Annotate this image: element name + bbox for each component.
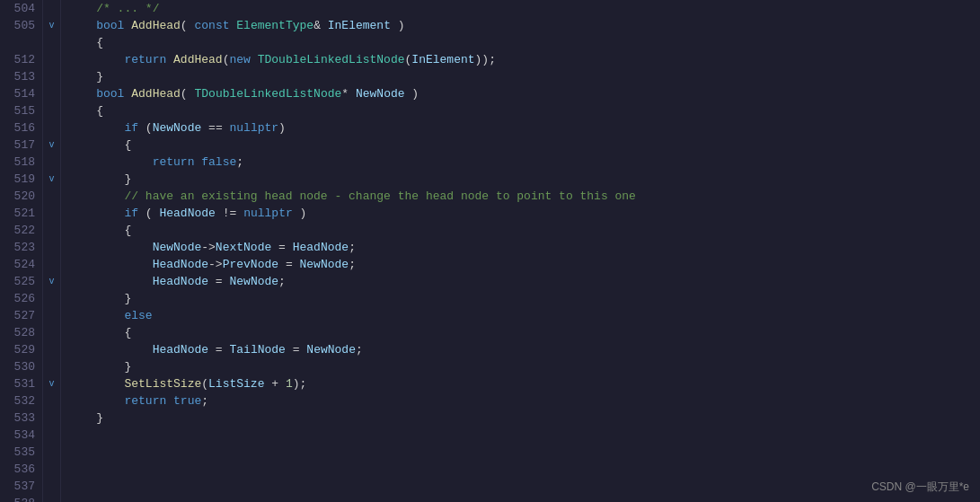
code-line-529: HeadNode = NewNode; <box>68 273 980 290</box>
code-line-519: if (NewNode == nullptr) <box>68 119 980 137</box>
fold-marker <box>43 0 60 17</box>
code-line-533: HeadNode = TailNode = NewNode; <box>68 341 980 358</box>
code-line-531: else <box>68 307 980 324</box>
code-line-518: { <box>68 102 980 119</box>
code-line-505: /* ... */ <box>68 0 980 17</box>
editor-container: 504 505 512 513 514 515 516 517 518 519 … <box>0 0 980 502</box>
code-line-534: } <box>68 358 980 375</box>
line-numbers: 504 505 512 513 514 515 516 517 518 519 … <box>0 0 43 502</box>
code-line-515: } <box>68 68 980 85</box>
code-line-530: } <box>68 290 980 307</box>
watermark: CSDN @一眼万里*e <box>871 480 969 495</box>
code-content: /* ... */ bool AddHead( const ElementTyp… <box>61 0 980 502</box>
code-line-517: bool AddHead( TDoubleLinkedListNode* New… <box>68 85 980 102</box>
fold-gutter: v v v v v <box>43 0 61 502</box>
code-line-536: SetListSize(ListSize + 1); <box>68 375 980 392</box>
code-line-537: return true; <box>68 392 980 410</box>
code-line-525: if ( HeadNode != nullptr ) <box>68 205 980 222</box>
fold-marker-525[interactable]: v <box>43 273 60 290</box>
code-line-532: { <box>68 324 980 341</box>
fold-marker-519[interactable]: v <box>43 171 60 188</box>
code-line-527: NewNode->NextNode = HeadNode; <box>68 239 980 256</box>
code-line-514: return AddHead(new TDoubleLinkedListNode… <box>68 51 980 68</box>
code-line-521: return false; <box>68 154 980 171</box>
fold-marker-517[interactable]: v <box>43 137 60 154</box>
code-line-526: { <box>68 222 980 239</box>
code-line-520: { <box>68 137 980 154</box>
code-line-524: // have an existing head node - change t… <box>68 188 980 205</box>
fold-marker-531[interactable]: v <box>43 375 60 392</box>
code-line-513: { <box>68 34 980 51</box>
code-line-528: HeadNode->PrevNode = NewNode; <box>68 256 980 273</box>
code-line-512: bool AddHead( const ElementType& InEleme… <box>68 17 980 34</box>
code-line-522: } <box>68 171 980 188</box>
fold-marker-505[interactable]: v <box>43 17 60 34</box>
code-line-538: } <box>68 410 980 427</box>
code-area: 504 505 512 513 514 515 516 517 518 519 … <box>0 0 980 502</box>
